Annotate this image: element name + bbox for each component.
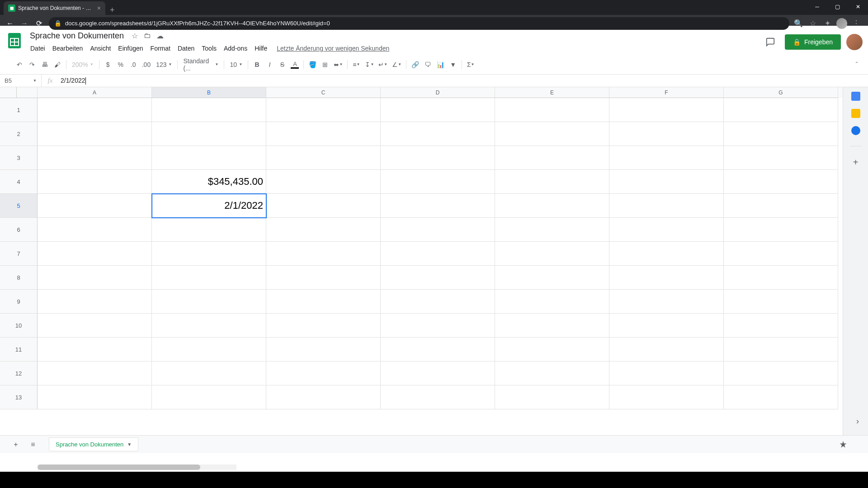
extensions-icon[interactable]: ✦ bbox=[822, 18, 833, 29]
cell-D6[interactable] bbox=[381, 218, 495, 242]
calendar-sidebar-icon[interactable] bbox=[851, 92, 860, 101]
cell-D13[interactable] bbox=[381, 385, 495, 409]
document-title[interactable]: Sprache von Dokumenten bbox=[27, 30, 127, 42]
font-size-select[interactable]: 10 ▼ bbox=[227, 61, 245, 68]
cell-B10[interactable] bbox=[152, 314, 266, 338]
undo-button[interactable]: ↶ bbox=[14, 59, 25, 70]
decrease-decimal-button[interactable]: .0 bbox=[127, 59, 139, 70]
cell-F5[interactable] bbox=[609, 194, 724, 218]
row-header-5[interactable]: 5 bbox=[0, 194, 38, 218]
cell-A12[interactable] bbox=[38, 361, 152, 385]
cell-C13[interactable] bbox=[266, 385, 381, 409]
strikethrough-button[interactable]: S bbox=[276, 59, 288, 70]
filter-button[interactable]: ▼ bbox=[447, 59, 459, 70]
italic-button[interactable]: I bbox=[264, 59, 275, 70]
cell-G11[interactable] bbox=[724, 338, 838, 361]
cell-C9[interactable] bbox=[266, 290, 381, 314]
cell-D4[interactable] bbox=[381, 170, 495, 194]
close-tab-icon[interactable]: × bbox=[97, 5, 101, 12]
close-window-button[interactable]: ✕ bbox=[848, 0, 868, 14]
insert-comment-button[interactable]: 🗨 bbox=[422, 59, 434, 70]
cell-C6[interactable] bbox=[266, 218, 381, 242]
cell-G13[interactable] bbox=[724, 385, 838, 409]
cell-F9[interactable] bbox=[609, 290, 724, 314]
sheets-logo-icon[interactable] bbox=[5, 31, 24, 49]
zoom-select[interactable]: 200% ▼ bbox=[69, 61, 96, 68]
cell-A11[interactable] bbox=[38, 338, 152, 361]
name-box[interactable]: B5 ▼ bbox=[0, 75, 42, 87]
insert-chart-button[interactable]: 📊 bbox=[434, 59, 446, 70]
share-button[interactable]: 🔒 Freigeben bbox=[785, 34, 841, 50]
cell-A1[interactable] bbox=[38, 98, 152, 122]
cell-C12[interactable] bbox=[266, 361, 381, 385]
menu-help[interactable]: Hilfe bbox=[251, 43, 270, 54]
select-all-corner[interactable] bbox=[0, 87, 17, 98]
reload-button[interactable]: ⟳ bbox=[33, 17, 45, 30]
collapse-side-panel-button[interactable]: › bbox=[856, 417, 859, 426]
cell-A5[interactable] bbox=[38, 194, 152, 218]
functions-button[interactable]: Σ ▼ bbox=[465, 59, 476, 70]
formula-input[interactable]: 2/1/2022 bbox=[59, 77, 868, 84]
cell-F1[interactable] bbox=[609, 98, 724, 122]
row-header-7[interactable]: 7 bbox=[0, 242, 38, 266]
cell-D9[interactable] bbox=[381, 290, 495, 314]
cell-B2[interactable] bbox=[152, 122, 266, 146]
font-select[interactable]: Standard (... ▼ bbox=[180, 57, 221, 72]
insert-link-button[interactable]: 🔗 bbox=[409, 59, 421, 70]
cell-B6[interactable] bbox=[152, 218, 266, 242]
menu-format[interactable]: Format bbox=[147, 43, 174, 54]
cell-E2[interactable] bbox=[495, 122, 609, 146]
cell-E7[interactable] bbox=[495, 242, 609, 266]
column-header-E[interactable]: E bbox=[495, 87, 609, 98]
cell-C5[interactable] bbox=[266, 194, 381, 218]
cell-E13[interactable] bbox=[495, 385, 609, 409]
cell-E5[interactable] bbox=[495, 194, 609, 218]
comment-history-button[interactable] bbox=[761, 33, 779, 51]
cell-A6[interactable] bbox=[38, 218, 152, 242]
cell-C2[interactable] bbox=[266, 122, 381, 146]
column-header-A[interactable]: A bbox=[38, 87, 152, 98]
column-header-F[interactable]: F bbox=[609, 87, 724, 98]
address-bar[interactable]: 🔒 docs.google.com/spreadsheets/d/1jGRuXX… bbox=[49, 17, 789, 30]
cell-E8[interactable] bbox=[495, 266, 609, 290]
cell-D10[interactable] bbox=[381, 314, 495, 338]
menu-view[interactable]: Ansicht bbox=[87, 43, 114, 54]
cell-E9[interactable] bbox=[495, 290, 609, 314]
explore-button[interactable] bbox=[836, 438, 850, 451]
name-box-dropdown-icon[interactable]: ▼ bbox=[33, 79, 37, 83]
cell-F4[interactable] bbox=[609, 170, 724, 194]
bold-button[interactable]: B bbox=[251, 59, 263, 70]
menu-addons[interactable]: Add-ons bbox=[221, 43, 250, 54]
cell-C3[interactable] bbox=[266, 146, 381, 170]
row-header-3[interactable]: 3 bbox=[0, 146, 38, 170]
menu-file[interactable]: Datei bbox=[27, 43, 48, 54]
cell-G5[interactable] bbox=[724, 194, 838, 218]
star-icon[interactable]: ☆ bbox=[130, 31, 139, 40]
cell-E11[interactable] bbox=[495, 338, 609, 361]
cell-D12[interactable] bbox=[381, 361, 495, 385]
cell-G4[interactable] bbox=[724, 170, 838, 194]
cell-G1[interactable] bbox=[724, 98, 838, 122]
cell-F13[interactable] bbox=[609, 385, 724, 409]
cell-F6[interactable] bbox=[609, 218, 724, 242]
collapse-toolbar-button[interactable]: ˆ bbox=[851, 59, 863, 70]
browser-tab[interactable]: ▦ Sprache von Dokumenten - Goo × bbox=[4, 1, 105, 15]
cell-E1[interactable] bbox=[495, 98, 609, 122]
forward-button[interactable]: → bbox=[18, 17, 31, 30]
cell-F2[interactable] bbox=[609, 122, 724, 146]
cell-F3[interactable] bbox=[609, 146, 724, 170]
cell-A2[interactable] bbox=[38, 122, 152, 146]
row-header-12[interactable]: 12 bbox=[0, 361, 38, 385]
row-header-4[interactable]: 4 bbox=[0, 170, 38, 194]
cell-E12[interactable] bbox=[495, 361, 609, 385]
paint-format-button[interactable]: 🖌 bbox=[52, 59, 63, 70]
maximize-window-button[interactable]: ▢ bbox=[827, 0, 848, 14]
account-avatar[interactable] bbox=[846, 34, 863, 50]
redo-button[interactable]: ↷ bbox=[26, 59, 38, 70]
browser-profile-avatar[interactable] bbox=[836, 18, 847, 29]
text-rotation-button[interactable]: ∠ ▼ bbox=[390, 59, 403, 70]
text-wrap-button[interactable]: ↵ ▼ bbox=[377, 59, 389, 70]
cell-A3[interactable] bbox=[38, 146, 152, 170]
new-tab-button[interactable]: + bbox=[105, 5, 119, 15]
add-sheet-button[interactable]: + bbox=[9, 438, 23, 451]
